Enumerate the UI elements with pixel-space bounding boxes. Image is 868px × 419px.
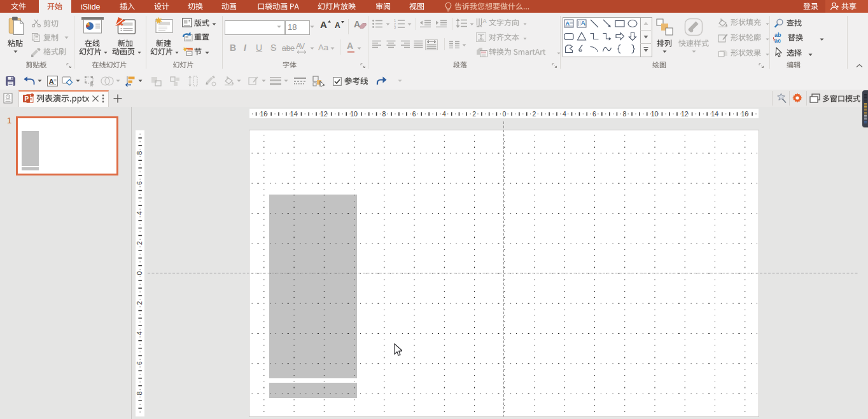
svg-text:8: 8 — [136, 151, 143, 155]
svg-text:12: 12 — [680, 109, 688, 117]
svg-text:16: 16 — [260, 109, 267, 117]
svg-text:10: 10 — [650, 109, 658, 117]
svg-text:4: 4 — [442, 109, 445, 117]
svg-text:6: 6 — [136, 361, 143, 365]
svg-text:4: 4 — [136, 210, 143, 214]
svg-text:3: 3 — [394, 25, 396, 29]
svg-text:0: 0 — [136, 271, 143, 275]
svg-text:2: 2 — [136, 301, 143, 305]
svg-text:4: 4 — [562, 109, 566, 117]
svg-text:6: 6 — [136, 181, 143, 184]
svg-text:A: A — [566, 20, 570, 27]
svg-text:2: 2 — [472, 109, 476, 117]
svg-text:ac: ac — [774, 38, 781, 43]
svg-text:0: 0 — [502, 109, 506, 117]
svg-text:12: 12 — [319, 109, 327, 117]
svg-text:8: 8 — [622, 109, 626, 117]
svg-text:2: 2 — [136, 241, 143, 245]
svg-text:4: 4 — [136, 331, 143, 334]
svg-text:P: P — [25, 95, 29, 102]
svg-text:2: 2 — [532, 109, 536, 117]
svg-text:16: 16 — [741, 109, 748, 117]
svg-text:8: 8 — [136, 391, 143, 395]
svg-text:10: 10 — [350, 109, 358, 117]
svg-text:6: 6 — [412, 109, 416, 117]
svg-text:8: 8 — [382, 109, 386, 117]
svg-text:A: A — [581, 20, 585, 26]
svg-text:6: 6 — [592, 109, 596, 117]
svg-text:A: A — [483, 18, 487, 24]
svg-text:A: A — [49, 78, 54, 85]
svg-text:14: 14 — [290, 109, 297, 117]
svg-text:14: 14 — [711, 109, 718, 117]
